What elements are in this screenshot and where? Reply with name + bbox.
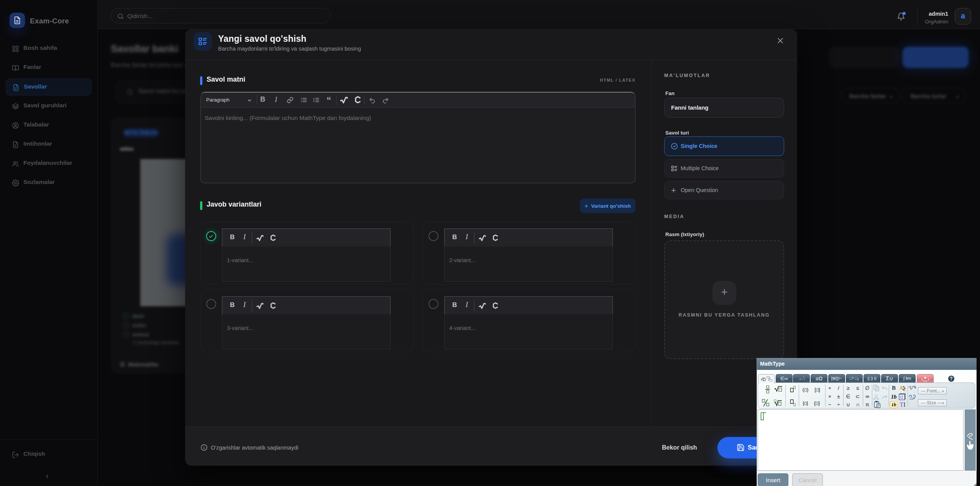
svg-text:A: A xyxy=(900,385,904,391)
svg-text:Ω: Ω xyxy=(900,395,903,399)
